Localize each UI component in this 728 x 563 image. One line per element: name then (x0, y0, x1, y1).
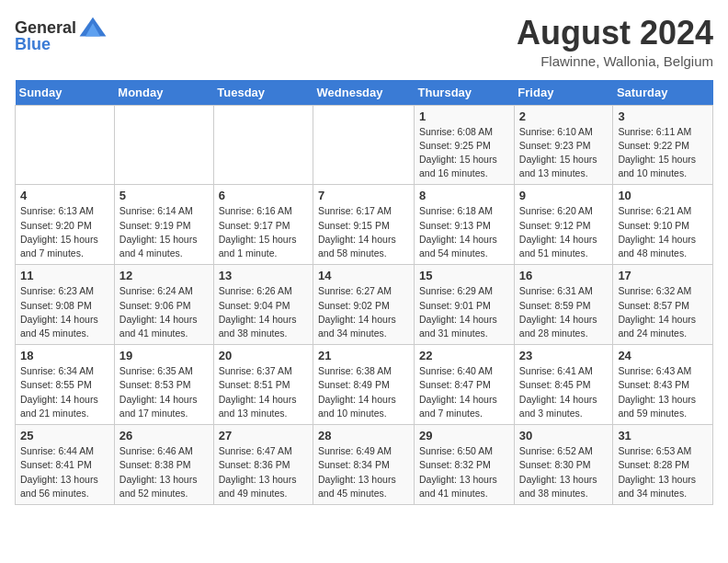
day-info: Sunrise: 6:43 AMSunset: 8:43 PMDaylight:… (618, 364, 708, 420)
day-info: Sunrise: 6:16 AMSunset: 9:17 PMDaylight:… (219, 204, 308, 260)
title-block: August 2024 Flawinne, Wallonia, Belgium (517, 15, 713, 69)
calendar-cell: 19Sunrise: 6:35 AMSunset: 8:53 PMDayligh… (114, 345, 213, 425)
day-info: Sunrise: 6:13 AMSunset: 9:20 PMDaylight:… (20, 204, 109, 260)
calendar-cell: 21Sunrise: 6:38 AMSunset: 8:49 PMDayligh… (313, 345, 415, 425)
calendar-cell: 16Sunrise: 6:31 AMSunset: 8:59 PMDayligh… (514, 265, 613, 345)
day-number: 10 (618, 189, 708, 202)
day-number: 2 (519, 109, 609, 123)
day-number: 21 (318, 349, 409, 362)
calendar-cell: 18Sunrise: 6:34 AMSunset: 8:55 PMDayligh… (16, 345, 115, 425)
calendar-cell: 13Sunrise: 6:26 AMSunset: 9:04 PMDayligh… (213, 265, 313, 345)
day-number: 25 (20, 429, 109, 442)
calendar-cell: 26Sunrise: 6:46 AMSunset: 8:38 PMDayligh… (114, 425, 213, 505)
weekday-header-row: SundayMondayTuesdayWednesdayThursdayFrid… (16, 80, 713, 106)
logo-text: General Blue (15, 15, 108, 54)
day-number: 17 (618, 269, 708, 282)
calendar-cell: 31Sunrise: 6:53 AMSunset: 8:28 PMDayligh… (613, 425, 713, 505)
day-info: Sunrise: 6:31 AMSunset: 8:59 PMDaylight:… (519, 284, 609, 340)
day-number: 14 (318, 269, 409, 282)
day-info: Sunrise: 6:23 AMSunset: 9:08 PMDaylight:… (20, 284, 109, 340)
day-number: 13 (219, 269, 308, 282)
day-number: 18 (20, 349, 109, 362)
calendar-cell: 4Sunrise: 6:13 AMSunset: 9:20 PMDaylight… (16, 185, 115, 265)
day-number: 27 (219, 429, 308, 442)
day-number: 7 (318, 189, 409, 202)
calendar-table: SundayMondayTuesdayWednesdayThursdayFrid… (15, 80, 713, 505)
day-number: 23 (519, 349, 609, 362)
calendar-cell (16, 105, 115, 185)
day-info: Sunrise: 6:27 AMSunset: 9:02 PMDaylight:… (318, 284, 409, 340)
day-number: 24 (618, 349, 708, 362)
calendar-cell: 24Sunrise: 6:43 AMSunset: 8:43 PMDayligh… (613, 345, 713, 425)
day-info: Sunrise: 6:11 AMSunset: 9:22 PMDaylight:… (618, 125, 708, 181)
day-info: Sunrise: 6:21 AMSunset: 9:10 PMDaylight:… (618, 204, 708, 260)
calendar-cell: 10Sunrise: 6:21 AMSunset: 9:10 PMDayligh… (613, 185, 713, 265)
calendar-cell (313, 105, 415, 185)
day-info: Sunrise: 6:35 AMSunset: 8:53 PMDaylight:… (119, 364, 209, 420)
day-number: 20 (219, 349, 308, 362)
calendar-cell: 12Sunrise: 6:24 AMSunset: 9:06 PMDayligh… (114, 265, 213, 345)
calendar-cell: 14Sunrise: 6:27 AMSunset: 9:02 PMDayligh… (313, 265, 415, 345)
day-number: 16 (519, 269, 609, 282)
calendar-cell: 2Sunrise: 6:10 AMSunset: 9:23 PMDaylight… (514, 105, 613, 185)
weekday-header-thursday: Thursday (415, 80, 515, 106)
calendar-cell: 6Sunrise: 6:16 AMSunset: 9:17 PMDaylight… (213, 185, 313, 265)
calendar-cell: 5Sunrise: 6:14 AMSunset: 9:19 PMDaylight… (114, 185, 213, 265)
calendar-cell: 27Sunrise: 6:47 AMSunset: 8:36 PMDayligh… (213, 425, 313, 505)
day-number: 8 (419, 189, 509, 202)
day-number: 4 (20, 189, 109, 202)
day-info: Sunrise: 6:46 AMSunset: 8:38 PMDaylight:… (119, 444, 209, 500)
day-number: 15 (419, 269, 509, 282)
day-number: 9 (519, 189, 609, 202)
day-number: 31 (618, 429, 708, 442)
day-number: 26 (119, 429, 209, 442)
calendar-cell: 22Sunrise: 6:40 AMSunset: 8:47 PMDayligh… (415, 345, 515, 425)
week-row-2: 4Sunrise: 6:13 AMSunset: 9:20 PMDaylight… (16, 185, 713, 265)
day-info: Sunrise: 6:24 AMSunset: 9:06 PMDaylight:… (119, 284, 209, 340)
day-info: Sunrise: 6:32 AMSunset: 8:57 PMDaylight:… (618, 284, 708, 340)
day-info: Sunrise: 6:10 AMSunset: 9:23 PMDaylight:… (519, 125, 609, 181)
day-info: Sunrise: 6:18 AMSunset: 9:13 PMDaylight:… (419, 204, 509, 260)
day-info: Sunrise: 6:49 AMSunset: 8:34 PMDaylight:… (318, 444, 409, 500)
weekday-header-wednesday: Wednesday (313, 80, 415, 106)
day-number: 11 (20, 269, 109, 282)
weekday-header-friday: Friday (514, 80, 613, 106)
weekday-header-saturday: Saturday (613, 80, 713, 106)
weekday-header-monday: Monday (114, 80, 213, 106)
day-number: 28 (318, 429, 409, 442)
calendar-cell (213, 105, 313, 185)
calendar-cell: 11Sunrise: 6:23 AMSunset: 9:08 PMDayligh… (16, 265, 115, 345)
calendar-cell: 7Sunrise: 6:17 AMSunset: 9:15 PMDaylight… (313, 185, 415, 265)
week-row-1: 1Sunrise: 6:08 AMSunset: 9:25 PMDaylight… (16, 105, 713, 185)
day-info: Sunrise: 6:40 AMSunset: 8:47 PMDaylight:… (419, 364, 509, 420)
day-number: 29 (419, 429, 509, 442)
weekday-header-sunday: Sunday (16, 80, 115, 106)
day-info: Sunrise: 6:52 AMSunset: 8:30 PMDaylight:… (519, 444, 609, 500)
day-info: Sunrise: 6:26 AMSunset: 9:04 PMDaylight:… (219, 284, 308, 340)
page-header: General Blue August 2024 Flawinne, Wallo… (15, 15, 713, 69)
day-info: Sunrise: 6:44 AMSunset: 8:41 PMDaylight:… (20, 444, 109, 500)
weekday-header-tuesday: Tuesday (213, 80, 313, 106)
calendar-cell (114, 105, 213, 185)
calendar-cell: 29Sunrise: 6:50 AMSunset: 8:32 PMDayligh… (415, 425, 515, 505)
day-info: Sunrise: 6:20 AMSunset: 9:12 PMDaylight:… (519, 204, 609, 260)
calendar-cell: 9Sunrise: 6:20 AMSunset: 9:12 PMDaylight… (514, 185, 613, 265)
day-number: 6 (219, 189, 308, 202)
day-number: 3 (618, 109, 708, 123)
day-info: Sunrise: 6:53 AMSunset: 8:28 PMDaylight:… (618, 444, 708, 500)
day-info: Sunrise: 6:08 AMSunset: 9:25 PMDaylight:… (419, 125, 509, 181)
day-number: 22 (419, 349, 509, 362)
day-info: Sunrise: 6:37 AMSunset: 8:51 PMDaylight:… (219, 364, 308, 420)
logo: General Blue (15, 15, 108, 54)
calendar-cell: 23Sunrise: 6:41 AMSunset: 8:45 PMDayligh… (514, 345, 613, 425)
day-info: Sunrise: 6:29 AMSunset: 9:01 PMDaylight:… (419, 284, 509, 340)
day-number: 30 (519, 429, 609, 442)
calendar-cell: 17Sunrise: 6:32 AMSunset: 8:57 PMDayligh… (613, 265, 713, 345)
day-info: Sunrise: 6:41 AMSunset: 8:45 PMDaylight:… (519, 364, 609, 420)
day-number: 12 (119, 269, 209, 282)
week-row-3: 11Sunrise: 6:23 AMSunset: 9:08 PMDayligh… (16, 265, 713, 345)
location: Flawinne, Wallonia, Belgium (517, 53, 713, 69)
day-info: Sunrise: 6:38 AMSunset: 8:49 PMDaylight:… (318, 364, 409, 420)
calendar-cell: 20Sunrise: 6:37 AMSunset: 8:51 PMDayligh… (213, 345, 313, 425)
week-row-5: 25Sunrise: 6:44 AMSunset: 8:41 PMDayligh… (16, 425, 713, 505)
